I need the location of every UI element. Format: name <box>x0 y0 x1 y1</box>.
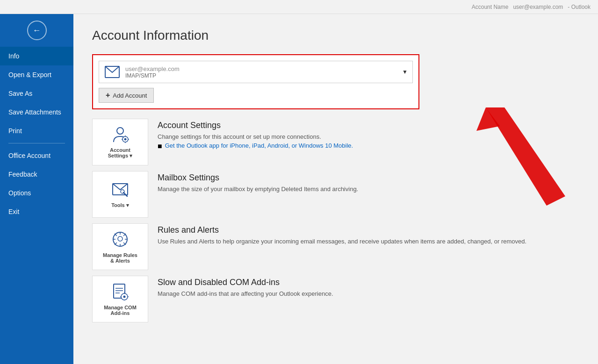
sidebar-item-options[interactable]: Options <box>0 184 73 202</box>
svg-point-10 <box>121 190 124 193</box>
rules-alerts-icon-box[interactable]: Manage Rules& Alerts <box>92 223 148 270</box>
email-icon-svg <box>105 66 120 78</box>
rules-alerts-desc: Use Rules and Alerts to help organize yo… <box>158 238 579 245</box>
tools-icon-box[interactable]: Tools ▾ <box>92 171 148 218</box>
section-mailbox-settings: Tools ▾ Mailbox Settings Manage the size… <box>92 171 579 218</box>
mailbox-settings-desc: Manage the size of your mailbox by empty… <box>158 186 579 193</box>
account-info: user@example.com IMAP/SMTP <box>125 65 402 79</box>
sidebar-item-save-attachments[interactable]: Save Attachments <box>0 103 73 121</box>
mailbox-settings-text: Mailbox Settings Manage the size of your… <box>158 171 579 194</box>
com-addins-text: Slow and Disabled COM Add-ins Manage COM… <box>158 276 579 299</box>
com-addins-label: Manage COMAdd-ins <box>104 305 137 316</box>
rules-alerts-text: Rules and Alerts Use Rules and Alerts to… <box>158 223 579 247</box>
account-settings-desc: Change settings for this account or set … <box>158 133 579 140</box>
rules-alerts-title: Rules and Alerts <box>158 225 579 235</box>
account-settings-label: AccountSettings ▾ <box>108 147 132 159</box>
main-layout: ← Info Open & Export Save As Save Attach… <box>0 14 598 364</box>
sidebar-item-office-account[interactable]: Office Account <box>0 146 73 165</box>
com-addins-icon-box[interactable]: Manage COMAdd-ins <box>92 276 148 322</box>
bullet-icon: ■ <box>158 142 162 150</box>
section-com-addins: Manage COMAdd-ins Slow and Disabled COM … <box>92 276 579 322</box>
account-type: IMAP/SMTP <box>125 72 402 79</box>
section-rules-alerts: Manage Rules& Alerts Rules and Alerts Us… <box>92 223 579 270</box>
page-title: Account Information <box>92 28 579 43</box>
svg-point-12 <box>118 236 122 241</box>
account-settings-icon-box[interactable]: AccountSettings ▾ <box>92 119 148 165</box>
rules-alerts-label: Manage Rules& Alerts <box>103 252 137 264</box>
sidebar-item-feedback[interactable]: Feedback <box>0 165 73 184</box>
sidebar-item-info[interactable]: Info <box>0 47 73 65</box>
svg-point-3 <box>124 138 127 141</box>
account-dropdown[interactable]: user@example.com IMAP/SMTP ▼ <box>99 61 413 83</box>
outlook-app-link[interactable]: Get the Outlook app for iPhone, iPad, An… <box>165 142 353 149</box>
add-account-button[interactable]: + Add Account <box>99 88 154 103</box>
add-account-label: Add Account <box>113 92 147 99</box>
tools-icon <box>111 180 129 198</box>
main-content: Account Information user@example.com IMA… <box>73 14 598 364</box>
back-button[interactable]: ← <box>27 21 47 40</box>
account-email: user@example.com <box>125 65 402 72</box>
plus-icon: + <box>106 91 110 100</box>
account-box: user@example.com IMAP/SMTP ▼ + Add Accou… <box>92 54 419 109</box>
back-icon: ← <box>33 26 41 36</box>
tools-label: Tools ▾ <box>111 202 129 208</box>
account-settings-title: Account Settings <box>158 121 579 130</box>
svg-point-26 <box>123 295 126 298</box>
mailbox-settings-title: Mailbox Settings <box>158 173 579 183</box>
top-bar-info: Account Name user@example.com - Outlook <box>472 4 591 10</box>
section-account-settings: AccountSettings ▾ Account Settings Chang… <box>92 119 579 165</box>
back-button-container[interactable]: ← <box>0 14 73 47</box>
svg-point-1 <box>117 128 123 134</box>
sidebar-item-exit[interactable]: Exit <box>0 202 73 221</box>
sidebar-item-save-as[interactable]: Save As <box>0 84 73 103</box>
account-email-icon <box>104 65 121 79</box>
sidebar-item-print[interactable]: Print <box>0 121 73 140</box>
sidebar-divider <box>8 143 65 143</box>
com-addins-desc: Manage COM add-ins that are affecting yo… <box>158 290 579 297</box>
dropdown-arrow-icon: ▼ <box>402 69 408 75</box>
rules-alerts-icon <box>111 230 129 248</box>
top-bar: Account Name user@example.com - Outlook <box>0 0 598 14</box>
sidebar: ← Info Open & Export Save As Save Attach… <box>0 14 73 364</box>
account-settings-icon <box>111 125 129 143</box>
account-settings-text: Account Settings Change settings for thi… <box>158 119 579 150</box>
com-addins-title: Slow and Disabled COM Add-ins <box>158 278 579 287</box>
sidebar-item-open-export[interactable]: Open & Export <box>0 65 73 84</box>
com-addins-icon <box>111 283 129 300</box>
